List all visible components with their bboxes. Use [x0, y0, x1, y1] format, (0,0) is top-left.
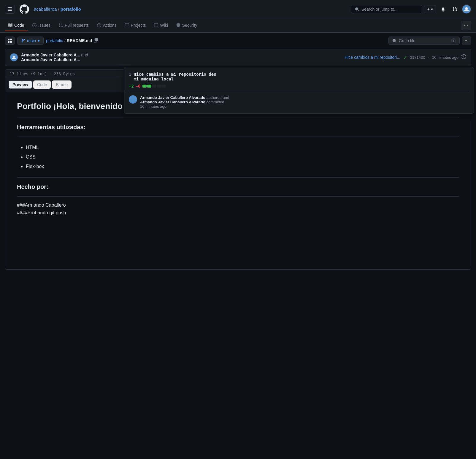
tab-issues-label: Issues [38, 23, 50, 28]
tab-projects[interactable]: Projects [121, 20, 150, 31]
tab-preview[interactable]: Preview [9, 80, 32, 89]
tab-pull-requests[interactable]: Pull requests [55, 20, 92, 31]
svg-point-0 [465, 7, 468, 10]
file-lines: 17 lines (9 loc) [10, 72, 47, 76]
list-item: Flex-box [26, 162, 459, 171]
breadcrumb-repo[interactable]: portafolio [46, 38, 63, 43]
global-search[interactable]: Search or jump to... [351, 5, 422, 13]
popup-avatar [129, 95, 137, 104]
grid-icon [7, 38, 12, 43]
grid-view-button[interactable] [5, 37, 15, 45]
tab-code-view[interactable]: Code [33, 80, 51, 89]
notifications-icon [441, 7, 445, 12]
notifications-button[interactable] [438, 5, 448, 14]
commit-popup: ⊙ Hice cambios a mi repositorio desmi má… [124, 67, 474, 114]
avatar-icon [464, 6, 469, 12]
tab-blame[interactable]: Blame [52, 80, 72, 89]
readme-divider-3 [17, 177, 459, 178]
diff-block-5 [161, 85, 166, 88]
repo-name[interactable]: portafolio [61, 7, 81, 12]
diff-block-4 [157, 85, 161, 88]
tab-actions[interactable]: Actions [93, 20, 120, 31]
commit-node-icon: ⊙ [129, 72, 131, 77]
history-button[interactable] [461, 54, 466, 61]
keyboard-shortcut: t [451, 38, 456, 43]
commit-message-link[interactable]: Hice cambios a mi repositori... [345, 55, 400, 60]
copy-path-button[interactable] [93, 38, 99, 44]
list-item: HTML [26, 143, 459, 152]
branch-chevron-icon: ▾ [38, 38, 40, 43]
readme-tools-list: HTML CSS Flex-box [17, 143, 459, 171]
pull-requests-icon [453, 7, 457, 12]
branch-name: main [27, 38, 36, 43]
tab-pull-requests-label: Pull requests [65, 23, 89, 28]
commit-second-author[interactable]: Armando Javier Caballero A... [21, 57, 342, 62]
commit-authors: Armando Javier Caballero A... and Armand… [21, 53, 342, 62]
commit-info-bar: Armando Javier Caballero A... and Armand… [5, 49, 471, 66]
commit-separator: · [428, 55, 429, 60]
repo-path: acaballeroa / portafolio [34, 7, 81, 12]
file-options-button[interactable]: ··· [462, 36, 471, 45]
readme-divider-2 [17, 137, 459, 137]
tab-wiki-label: Wiki [160, 23, 168, 28]
tab-projects-label: Projects [131, 23, 146, 28]
repo-tabs: Code Issues Pull requests Actions Projec… [0, 18, 476, 33]
readme-extra-text: ####Probando git push [17, 210, 459, 216]
branch-button[interactable]: main ▾ [17, 37, 44, 45]
breadcrumb-separator: / [64, 38, 66, 43]
tab-actions-label: Actions [103, 23, 117, 28]
commit-main-author[interactable]: Armando Javier Caballero A... [21, 53, 80, 57]
popup-commit-title: ⊙ Hice cambios a mi repositorio desmi má… [129, 72, 469, 81]
diff-blocks [142, 85, 166, 88]
commit-hash[interactable]: 3171430 [410, 55, 425, 60]
create-button[interactable]: + ▾ [424, 5, 436, 13]
tab-security[interactable]: Security [173, 20, 201, 31]
path-separator: / [58, 7, 59, 12]
diff-additions: +2 [129, 84, 134, 88]
diff-block-2 [147, 85, 151, 88]
file-meta-sep: · [49, 72, 52, 76]
diff-block-1 [142, 85, 147, 88]
tab-code[interactable]: Code [5, 20, 28, 31]
file-header-bar: main ▾ portafolio / README.md Go to file… [0, 33, 476, 49]
search-placeholder: Search or jump to... [361, 7, 398, 12]
popup-author-name[interactable]: Armando Javier Caballero Alvarado [140, 95, 205, 100]
file-size: 236 Bytes [54, 72, 75, 76]
hamburger-button[interactable] [5, 5, 15, 14]
copy-icon [94, 38, 98, 42]
readme-made-by-heading: Hecho por: [17, 183, 459, 190]
breadcrumb: portafolio / README.md [46, 38, 99, 44]
commit-and-text: and [81, 53, 88, 57]
go-to-file-button[interactable]: Go to file t [388, 37, 460, 45]
tab-code-label: Code [14, 23, 24, 28]
branch-icon [21, 39, 25, 43]
projects-icon [125, 23, 129, 27]
pull-requests-global-button[interactable] [450, 5, 460, 14]
readme-content: Portfolio ¡Hola, bienvenido a mi portafo… [5, 91, 471, 270]
svg-point-1 [13, 56, 15, 57]
commit-check-icon: ✓ [403, 55, 407, 60]
commit-time: 16 minutes ago [432, 55, 458, 60]
popup-committed-text: committed [207, 100, 224, 104]
readme-tools-heading: Herramientas utilizadas: [17, 124, 459, 131]
search-icon [355, 7, 359, 11]
pr-icon [59, 23, 63, 27]
more-tabs-button[interactable]: ··· [461, 21, 471, 30]
commit-author-avatar [10, 53, 18, 61]
commit-avatar-icon [12, 55, 16, 60]
tab-issues[interactable]: Issues [29, 20, 54, 31]
popup-time: 16 minutes ago [140, 104, 166, 109]
popup-authored-text: authored and [207, 95, 229, 100]
repo-owner[interactable]: acaballeroa [34, 7, 57, 12]
tab-wiki[interactable]: Wiki [150, 20, 171, 31]
diff-block-3 [152, 85, 156, 88]
readme-made-by-text: ###Armando Caballero [17, 202, 459, 208]
history-icon [461, 54, 466, 59]
popup-commit-message: Hice cambios a mi repositorio desmi máqu… [134, 72, 216, 81]
avatar[interactable] [462, 4, 471, 14]
popup-author-row: Armando Javier Caballero Alvarado author… [129, 95, 469, 109]
actions-icon [97, 23, 101, 27]
readme-divider-1 [17, 118, 459, 118]
top-nav: acaballeroa / portafolio Search or jump … [0, 0, 476, 18]
github-logo-icon[interactable] [20, 4, 29, 14]
